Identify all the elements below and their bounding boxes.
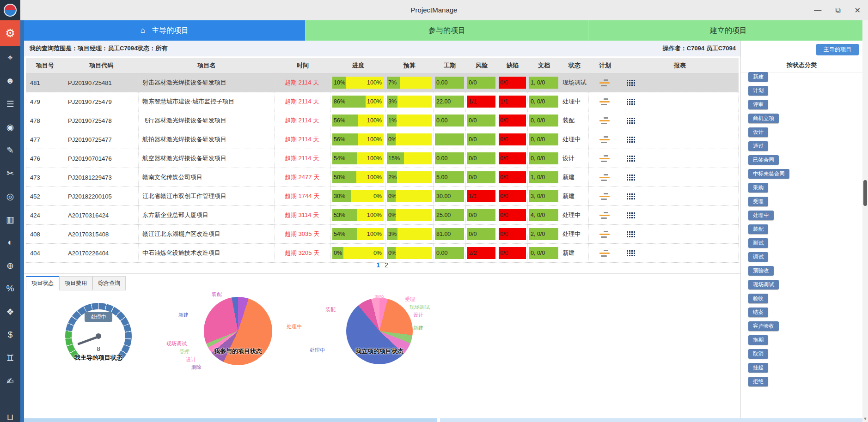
status-filter-button[interactable]: 处理中 — [748, 211, 774, 220]
status-filter-button[interactable]: 拒绝 — [748, 377, 768, 386]
vertical-scrollbar[interactable]: ▼ — [862, 20, 868, 422]
status-filter-button[interactable]: 现场调试 — [748, 280, 779, 289]
report-grid-icon[interactable] — [627, 80, 635, 86]
budget-bar: 3% — [387, 228, 432, 240]
plan-icon[interactable] — [599, 79, 611, 86]
status-filter-button[interactable]: 采购 — [748, 183, 768, 193]
table-row[interactable]: 452PJ20182200105江北省赣江市双创工作管理项目超期 1744 天3… — [26, 187, 739, 206]
horizontal-scrollbar-left[interactable] — [24, 418, 437, 422]
plan-icon[interactable] — [599, 117, 611, 124]
leading-projects-button[interactable]: 主导的项目 — [816, 44, 859, 55]
status-filter-button[interactable]: 测试 — [748, 238, 768, 248]
scissors-icon[interactable]: ✂ — [0, 162, 20, 185]
status-filter-button[interactable]: 设计 — [748, 127, 768, 137]
plan-icon[interactable] — [599, 250, 611, 257]
form-edit-icon[interactable]: ✎ — [0, 139, 20, 162]
risk-bar: 0/0 — [467, 115, 495, 127]
status-filter-button[interactable]: 结案 — [748, 307, 768, 317]
box-icon[interactable]: ⊔ — [0, 405, 20, 422]
plan-icon[interactable] — [599, 136, 611, 143]
report-grid-icon[interactable] — [627, 99, 635, 105]
defect-bar: 0/0 — [499, 133, 526, 145]
status-label: 现场调试 — [560, 73, 589, 92]
plan-icon[interactable] — [599, 231, 611, 238]
minimize-icon[interactable]: — — [814, 6, 821, 14]
status-filter-button[interactable]: 客户验收 — [748, 321, 779, 331]
plan-icon[interactable] — [599, 174, 611, 181]
page-number[interactable]: 1 — [376, 261, 380, 269]
status-filter-button[interactable]: 已签合同 — [748, 155, 779, 165]
status-filter-button[interactable]: 商机立项 — [748, 114, 779, 123]
table-row[interactable]: 478PJ20190725478飞行器材激光焊接设备研发项目超期 2114 天5… — [26, 111, 739, 130]
status-filter-button[interactable]: 拖期 — [748, 335, 768, 345]
plan-icon[interactable] — [599, 193, 611, 200]
table-row[interactable]: 408A20170315408赣江江北东湖棚户区改造项目超期 3035 天54%… — [26, 225, 739, 244]
status-filter-button[interactable]: 挂起 — [748, 363, 768, 373]
table-row[interactable]: 473PJ20181229473赣南文化传媒公司项目超期 2477 天50%10… — [26, 168, 739, 187]
table-row[interactable]: 424A20170316424东方新企业总部大厦项目超期 3114 天53%10… — [26, 206, 739, 225]
status-filter-button[interactable]: 计划 — [748, 86, 768, 96]
report-grid-icon[interactable] — [627, 250, 635, 256]
target-icon[interactable]: ◎ — [0, 185, 20, 208]
close-icon[interactable]: ✕ — [855, 6, 861, 15]
risk-cell: 0/0 — [466, 73, 497, 92]
bottom-tab-1[interactable]: 项目费用 — [59, 276, 92, 290]
globe-icon[interactable]: ⊕ — [0, 254, 20, 277]
bottom-tab-2[interactable]: 综合查询 — [92, 276, 126, 290]
status-filter-button[interactable]: 通过 — [748, 141, 768, 151]
status-filter-button[interactable]: 调试 — [748, 252, 768, 262]
user-icon[interactable]: ☻ — [0, 69, 20, 92]
money-icon[interactable]: $ — [0, 323, 20, 346]
status-filter-button[interactable]: 中标未签合同 — [748, 169, 789, 179]
page-number[interactable]: 2 — [385, 261, 388, 269]
report-grid-icon[interactable] — [627, 118, 635, 124]
app-logo[interactable] — [0, 0, 20, 20]
report-cell — [621, 225, 739, 243]
users-icon[interactable]: ♊ — [0, 346, 20, 369]
status-filter-button[interactable]: 装配 — [748, 224, 768, 234]
library-icon[interactable]: ▥ — [0, 208, 20, 231]
defect-bar: 0/0 — [499, 77, 526, 89]
location-pin-icon[interactable]: ⌖ — [0, 46, 20, 69]
status-filter-button[interactable]: 预验收 — [748, 266, 774, 276]
tab-2[interactable]: 建立的项目 — [588, 20, 868, 41]
report-grid-icon[interactable] — [627, 193, 635, 199]
progress-cell: 53%100% — [331, 206, 385, 224]
progress-green: 10% — [332, 77, 346, 89]
plan-icon[interactable] — [599, 212, 611, 219]
status-filter-button[interactable]: 评审 — [748, 100, 768, 109]
table-row[interactable]: 481PJ20190725481射击器材激光焊接设备研发项目超期 2114 天1… — [26, 73, 739, 92]
table-row[interactable]: 479PJ20190725479赣东智慧城市建设-城市监控子项目超期 2114 … — [26, 92, 739, 111]
budget-yellow — [397, 171, 432, 183]
report-grid-icon[interactable] — [627, 137, 635, 143]
globe-half-icon[interactable]: ◐ — [0, 231, 20, 254]
report-grid-icon[interactable] — [627, 231, 635, 237]
bottom-tab-0[interactable]: 项目状态 — [26, 276, 59, 290]
report-grid-icon[interactable] — [627, 212, 635, 218]
report-grid-icon[interactable] — [627, 156, 635, 162]
status-filter-button[interactable]: 受理 — [748, 197, 768, 206]
project-id: 479 — [26, 92, 64, 111]
vertical-scrollbar-thumb[interactable] — [863, 180, 867, 206]
table-row[interactable]: 477PJ20190725477航拍器材激光焊接设备研发项目超期 2114 天5… — [26, 130, 739, 149]
report-grid-icon[interactable] — [627, 175, 635, 181]
edit-icon[interactable]: ✍ — [0, 369, 20, 392]
plan-icon[interactable] — [599, 98, 611, 105]
layers-icon[interactable]: ❖ — [0, 300, 20, 323]
status-filter-button[interactable]: 新建 — [748, 72, 768, 82]
table-row[interactable]: 404A20170226404中石油炼化设施技术改造项目超期 3205 天0%0… — [26, 244, 739, 263]
status-filter-button[interactable]: 取消 — [748, 349, 768, 359]
tab-1[interactable]: 参与的项目 — [305, 20, 588, 41]
user-search-icon[interactable]: ◉ — [0, 115, 20, 139]
project-id: 477 — [26, 130, 64, 149]
status-filter-button[interactable]: 验收 — [748, 294, 768, 303]
tab-0[interactable]: ⌂主导的项目 — [24, 20, 305, 41]
settings-gear-icon[interactable]: ⚙ — [0, 20, 20, 46]
horizontal-scrollbar-right[interactable] — [440, 418, 862, 422]
maximize-icon[interactable]: ⧉ — [835, 6, 840, 14]
list-icon[interactable]: ☰ — [0, 92, 20, 115]
table-row[interactable]: 476PJ20190701476航空器材激光焊接设备研发项目超期 2114 天5… — [26, 149, 739, 168]
percent-icon[interactable]: % — [0, 277, 20, 300]
scroll-down-arrow[interactable]: ▼ — [862, 416, 868, 421]
plan-icon[interactable] — [599, 155, 611, 162]
